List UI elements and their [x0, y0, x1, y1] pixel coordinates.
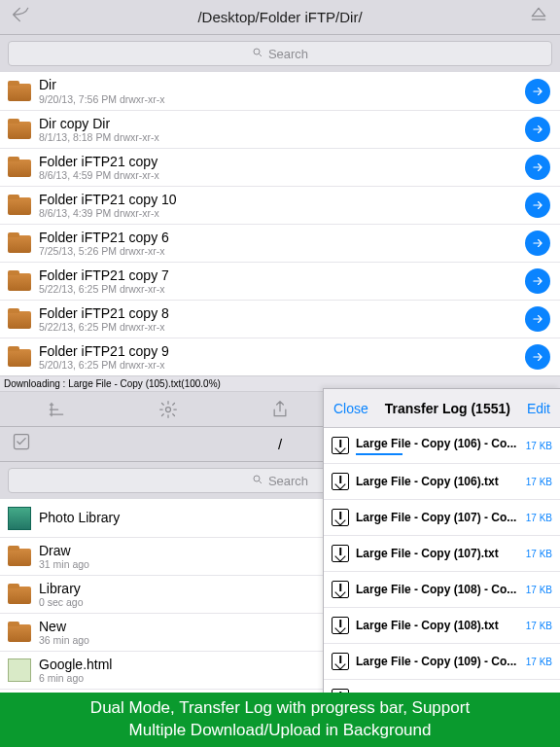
html-icon: [8, 658, 31, 682]
popover-header: Close Transfer Log (1551) Edit: [324, 389, 560, 428]
download-icon: [332, 545, 349, 562]
action-button[interactable]: [525, 306, 550, 332]
row-text: Folder iFTP21 copy 8/6/13, 4:59 PM drwxr…: [39, 154, 517, 181]
folder-icon: [8, 583, 31, 606]
download-icon: [332, 653, 349, 670]
download-icon: [332, 617, 349, 634]
transfer-name: Large File - Copy (106) - Co...: [356, 437, 519, 450]
folder-icon: [8, 545, 31, 568]
transfer-log-item[interactable]: Large File - Copy (106).txt 17 KB: [324, 464, 560, 500]
edit-button[interactable]: Edit: [527, 401, 550, 416]
file-name: Folder iFTP21 copy 8: [39, 305, 517, 321]
folder-icon: [8, 80, 31, 103]
file-meta: 5/20/13, 6:25 PM drwxr-xr-x: [39, 359, 517, 371]
close-button[interactable]: Close: [333, 401, 368, 416]
transfer-log-list: Large File - Copy (106) - Co... 17 KB La…: [324, 428, 560, 717]
table-row[interactable]: Folder iFTP21 copy 8/6/13, 4:59 PM drwxr…: [0, 148, 560, 186]
file-name: Folder iFTP21 copy 9: [39, 343, 517, 359]
row-text: Dir 9/20/13, 7:56 PM drwxr-xr-x: [39, 77, 517, 104]
folder-icon: [8, 194, 31, 217]
action-button[interactable]: [525, 268, 550, 294]
promo-banner: Dual Mode, Transfer Log with progress ba…: [0, 693, 560, 747]
action-button[interactable]: [525, 344, 550, 370]
transfer-text: Large File - Copy (107) - Co...: [356, 511, 519, 524]
action-button[interactable]: [525, 79, 550, 104]
file-meta: 5/22/13, 6:25 PM drwxr-xr-x: [39, 283, 517, 295]
transfer-log-item[interactable]: Large File - Copy (106) - Co... 17 KB: [324, 428, 560, 464]
table-row[interactable]: Folder iFTP21 copy 7 5/22/13, 6:25 PM dr…: [0, 262, 560, 300]
banner-line: Multiple Download/Upload in Background: [129, 720, 432, 742]
table-row[interactable]: Folder iFTP21 copy 9 5/20/13, 6:25 PM dr…: [0, 338, 560, 375]
table-row[interactable]: Folder iFTP21 copy 6 7/25/13, 5:26 PM dr…: [0, 224, 560, 262]
transfer-name: Large File - Copy (106).txt: [356, 475, 519, 488]
transfer-text: Large File - Copy (109) - Co...: [356, 655, 519, 668]
share-icon[interactable]: [224, 400, 335, 419]
svg-point-2: [165, 407, 170, 411]
transfer-log-item[interactable]: Large File - Copy (107) - Co... 17 KB: [324, 500, 560, 536]
transfer-size: 17 KB: [526, 477, 552, 487]
svg-line-1: [259, 53, 262, 56]
file-meta: 8/1/13, 8:18 PM drwxr-xr-x: [39, 131, 517, 143]
file-name: Folder iFTP21 copy 7: [39, 267, 517, 283]
action-button[interactable]: [525, 155, 550, 180]
transfer-size: 17 KB: [526, 549, 552, 559]
transfer-size: 17 KB: [526, 441, 552, 451]
back-icon[interactable]: [0, 5, 43, 29]
gear-icon[interactable]: [112, 400, 224, 419]
transfer-size: 17 KB: [526, 657, 552, 667]
sort-icon[interactable]: [0, 400, 112, 419]
table-row[interactable]: Folder iFTP21 copy 10 8/6/13, 4:39 PM dr…: [0, 186, 560, 224]
file-meta: 8/6/13, 4:59 PM drwxr-xr-x: [39, 169, 517, 181]
remote-file-list: Dir 9/20/13, 7:56 PM drwxr-xr-x Dir copy…: [0, 72, 560, 375]
transfer-size: 17 KB: [526, 513, 552, 523]
search-input[interactable]: Search: [8, 41, 552, 66]
file-name: Folder iFTP21 copy 6: [39, 230, 517, 245]
transfer-size: 17 KB: [526, 585, 552, 595]
file-name: Folder iFTP21 copy: [39, 154, 517, 169]
action-button[interactable]: [525, 193, 550, 218]
folder-icon: [8, 118, 31, 141]
table-row[interactable]: Folder iFTP21 copy 8 5/22/13, 6:25 PM dr…: [0, 300, 560, 338]
transfer-text: Large File - Copy (106) - Co...: [356, 437, 519, 455]
transfer-name: Large File - Copy (107).txt: [356, 547, 519, 560]
svg-point-4: [254, 476, 260, 481]
file-meta: 9/20/13, 7:56 PM drwxr-xr-x: [39, 93, 517, 105]
transfer-log-item[interactable]: Large File - Copy (109) - Co... 17 KB: [324, 644, 560, 680]
row-text: Folder iFTP21 copy 8 5/22/13, 6:25 PM dr…: [39, 305, 517, 333]
svg-line-5: [259, 480, 262, 483]
row-text: Folder iFTP21 copy 7 5/22/13, 6:25 PM dr…: [39, 267, 517, 295]
eject-icon[interactable]: [517, 5, 560, 29]
row-text: Dir copy Dir 8/1/13, 8:18 PM drwxr-xr-x: [39, 116, 517, 143]
transfer-log-item[interactable]: Large File - Copy (107).txt 17 KB: [324, 536, 560, 572]
folder-icon: [8, 621, 31, 644]
file-name: Folder iFTP21 copy 10: [39, 192, 517, 207]
folder-icon: [8, 307, 31, 331]
file-meta: 5/22/13, 6:25 PM drwxr-xr-x: [39, 321, 517, 333]
action-button[interactable]: [525, 231, 550, 256]
transfer-log-item[interactable]: Large File - Copy (108) - Co... 17 KB: [324, 572, 560, 608]
transfer-text: Large File - Copy (106).txt: [356, 475, 519, 488]
search-icon: [252, 474, 263, 488]
table-row[interactable]: Dir 9/20/13, 7:56 PM drwxr-xr-x: [0, 72, 560, 110]
top-toolbar: /Desktop/Folder iFTP/Dir/: [0, 0, 560, 35]
transfer-size: 17 KB: [526, 621, 552, 631]
download-icon: [332, 437, 349, 454]
page-title: /Desktop/Folder iFTP/Dir/: [43, 9, 517, 25]
search-placeholder: Search: [268, 47, 308, 61]
transfer-name: Large File - Copy (108).txt: [356, 619, 519, 632]
action-button[interactable]: [525, 117, 550, 142]
remote-search-wrap: Search: [0, 35, 560, 72]
file-meta: 8/6/13, 4:39 PM drwxr-xr-x: [39, 207, 517, 219]
row-text: Folder iFTP21 copy 9 5/20/13, 6:25 PM dr…: [39, 343, 517, 371]
folder-icon: [8, 269, 31, 293]
transfer-log-item[interactable]: Large File - Copy (108).txt 17 KB: [324, 608, 560, 644]
table-row[interactable]: Dir copy Dir 8/1/13, 8:18 PM drwxr-xr-x: [0, 110, 560, 148]
pl-icon: [8, 507, 31, 530]
transfer-text: Large File - Copy (107).txt: [356, 547, 519, 560]
transfer-text: Large File - Copy (108) - Co...: [356, 583, 519, 596]
download-icon: [332, 509, 349, 526]
select-icon[interactable]: [0, 432, 43, 456]
transfer-log-popover: Close Transfer Log (1551) Edit Large Fil…: [323, 388, 560, 717]
file-meta: 7/25/13, 5:26 PM drwxr-xr-x: [39, 245, 517, 257]
search-placeholder: Search: [268, 474, 308, 488]
